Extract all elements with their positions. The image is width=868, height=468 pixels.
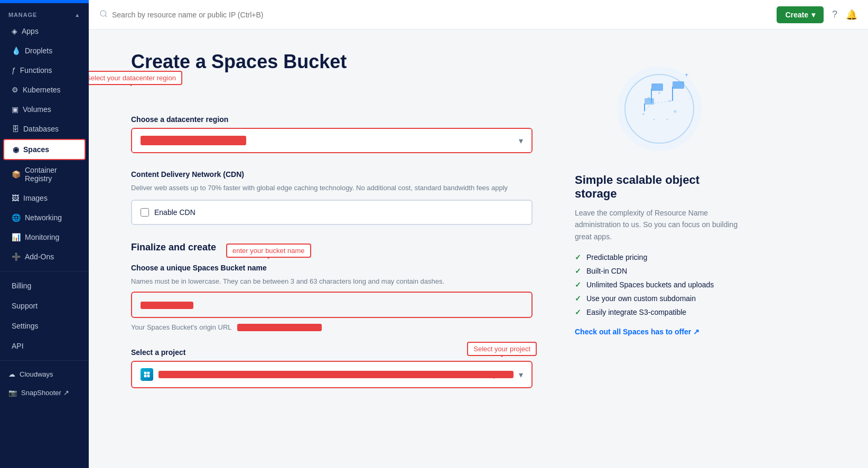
spaces-icon: ◉ — [13, 145, 19, 154]
notifications-icon[interactable]: 🔔 — [846, 9, 857, 21]
search-wrapper — [99, 10, 770, 20]
project-chevron-icon: ▾ — [519, 370, 523, 380]
bucket-input-redbar — [141, 302, 193, 309]
sidebar-item-spaces[interactable]: ◉ Spaces — [3, 139, 86, 160]
cdn-checkbox[interactable] — [141, 208, 149, 217]
origin-url-redbar — [237, 324, 322, 331]
snapshooter-icon: 📷 — [8, 389, 17, 397]
cdn-section: Content Delivery Network (CDN) Deliver w… — [131, 170, 533, 225]
sidebar-item-settings[interactable]: Settings — [3, 316, 86, 335]
svg-point-0 — [100, 11, 106, 16]
sidebar-manage-label: MANAGE ▲ — [0, 3, 89, 21]
region-section-label: Choose a datacenter region — [131, 115, 533, 124]
sidebar-item-apps[interactable]: ◈ Apps — [3, 22, 86, 41]
svg-rect-17 — [651, 83, 663, 91]
right-panel: + · · Simple scalable object storage Lea… — [564, 30, 765, 468]
project-icon — [141, 368, 153, 381]
feature-item-0: ✓ Predictable pricing — [575, 253, 744, 261]
globe-illustration: + · · — [606, 51, 712, 156]
svg-text:+: + — [685, 71, 688, 79]
sidebar-nav: ◈ Apps 💧 Droplets ƒ Functions ⚙ Kubernet… — [0, 21, 89, 267]
databases-icon: 🗄 — [12, 125, 19, 133]
project-section: Select a project Select your project — [131, 348, 533, 388]
page-title: Create a Spaces Bucket — [131, 51, 533, 73]
svg-rect-19 — [673, 81, 684, 89]
check-icon-2: ✓ — [575, 280, 581, 289]
main-area: Create ▾ ? 🔔 Create a Spaces Bucket Sele… — [89, 0, 868, 468]
create-chevron-icon: ▾ — [811, 11, 815, 19]
monitoring-icon: 📊 — [12, 233, 21, 241]
finalize-section: Finalize and create Choose a unique Spac… — [131, 242, 533, 332]
feature-item-1: ✓ Built-in CDN — [575, 267, 744, 275]
kubernetes-icon: ⚙ — [12, 86, 18, 94]
search-input[interactable] — [112, 11, 323, 19]
help-icon[interactable]: ? — [832, 9, 837, 20]
project-tooltip: Select your project — [467, 342, 537, 356]
sidebar-item-networking[interactable]: 🌐 Networking — [3, 208, 86, 227]
bucket-name-label: Choose a unique Spaces Bucket name — [131, 264, 533, 272]
svg-point-12 — [674, 110, 677, 113]
svg-point-14 — [654, 119, 655, 120]
sidebar-item-databases[interactable]: 🗄 Databases — [3, 119, 86, 138]
check-icon-1: ✓ — [575, 267, 581, 275]
project-select-inner: ◀ ▾ — [132, 362, 531, 387]
sidebar-item-kubernetes[interactable]: ⚙ Kubernetes — [3, 80, 86, 99]
sidebar: MANAGE ▲ ◈ Apps 💧 Droplets ƒ Functions ⚙… — [0, 0, 89, 468]
topbar-actions: Create ▾ ? 🔔 — [777, 6, 857, 23]
sidebar-item-functions[interactable]: ƒ Functions — [3, 61, 86, 80]
svg-line-1 — [105, 15, 107, 17]
apps-icon: ◈ — [12, 27, 17, 35]
svg-text:·: · — [633, 80, 634, 86]
sidebar-item-droplets[interactable]: 💧 Droplets — [3, 41, 86, 60]
right-panel-subtitle: Leave the complexity of Resource Name ad… — [575, 207, 744, 242]
project-redbar — [158, 371, 514, 378]
sidebar-snapshooter[interactable]: 📷 SnapShooter ↗ — [0, 383, 89, 402]
sidebar-cloudways[interactable]: ☁ Cloudways — [0, 365, 89, 383]
svg-rect-3 — [147, 372, 150, 375]
page-content: Create a Spaces Bucket Select your datac… — [89, 30, 868, 468]
project-select-wrapper[interactable]: Select your project ◀ ▾ — [131, 361, 533, 388]
sidebar-item-container-registry[interactable]: 📦 Container Registry — [3, 161, 86, 188]
project-arrow-icon: ◀ — [487, 369, 494, 380]
droplets-icon: 💧 — [12, 46, 21, 55]
svg-point-11 — [642, 113, 645, 115]
sidebar-item-volumes[interactable]: ▣ Volumes — [3, 100, 86, 119]
region-select-wrapper: ▾ — [131, 128, 533, 153]
bucket-name-tooltip: enter your bucket name — [226, 244, 311, 258]
sidebar-divider — [0, 271, 89, 272]
cta-link[interactable]: Check out all Spaces has to offer ↗ — [575, 327, 699, 336]
cdn-checkbox-label[interactable]: Enable CDN — [131, 200, 533, 225]
sidebar-item-images[interactable]: 🖼 Images — [3, 189, 86, 208]
sidebar-item-support[interactable]: Support — [3, 296, 86, 315]
svg-rect-2 — [144, 372, 147, 375]
region-section: Select your datacenter region Choose a d… — [131, 92, 533, 153]
volumes-icon: ▣ — [12, 105, 18, 114]
sidebar-item-api[interactable]: API — [3, 336, 86, 355]
functions-icon: ƒ — [12, 66, 16, 74]
bucket-input-wrapper — [131, 292, 533, 318]
sidebar-item-add-ons[interactable]: ➕ Add-Ons — [3, 247, 86, 266]
topbar: Create ▾ ? 🔔 — [89, 0, 868, 30]
check-icon-3: ✓ — [575, 294, 581, 303]
region-select[interactable] — [132, 129, 531, 152]
form-area: Create a Spaces Bucket Select your datac… — [89, 30, 564, 468]
check-icon-0: ✓ — [575, 253, 581, 261]
sidebar-item-monitoring[interactable]: 📊 Monitoring — [3, 228, 86, 247]
check-icon-4: ✓ — [575, 308, 581, 316]
sidebar-item-billing[interactable]: Billing — [3, 276, 86, 295]
search-icon — [99, 10, 108, 20]
svg-point-15 — [667, 119, 668, 120]
right-panel-title: Simple scalable object storage — [575, 173, 744, 201]
svg-point-6 — [617, 67, 702, 151]
region-tooltip: Select your datacenter region — [89, 71, 182, 85]
manage-chevron-icon: ▲ — [74, 12, 80, 18]
feature-item-4: ✓ Easily integrate S3-compatible — [575, 308, 744, 316]
cdn-section-label: Content Delivery Network (CDN) — [131, 170, 533, 179]
svg-rect-4 — [144, 375, 147, 378]
feature-list: ✓ Predictable pricing ✓ Built-in CDN ✓ U… — [575, 253, 744, 316]
origin-url-row: Your Spaces Bucket's origin URL — [131, 323, 533, 331]
create-button[interactable]: Create ▾ — [777, 6, 824, 23]
svg-rect-5 — [147, 375, 150, 378]
svg-text:·: · — [688, 94, 690, 102]
feature-item-2: ✓ Unlimited Spaces buckets and uploads — [575, 280, 744, 289]
